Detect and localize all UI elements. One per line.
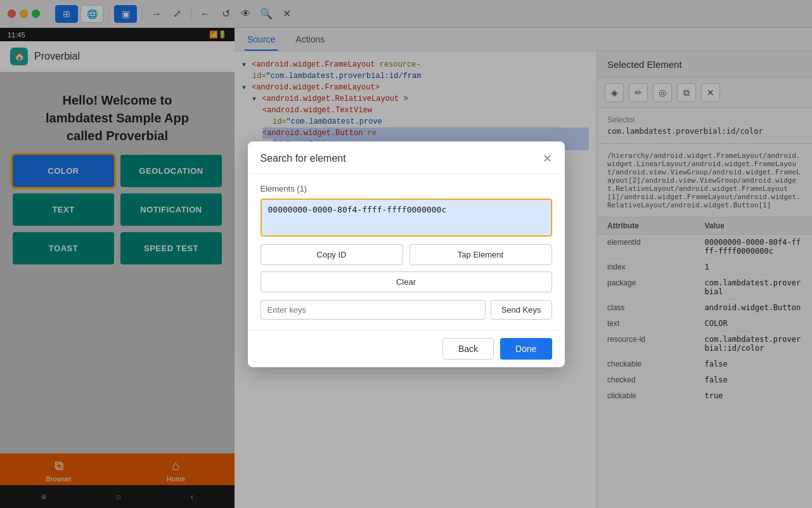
modal-header: Search for element ✕ [248,141,565,174]
send-keys-input[interactable] [261,300,486,320]
copy-id-button[interactable]: Copy ID [261,244,403,265]
done-button[interactable]: Done [500,338,551,360]
modal-title: Search for element [261,153,346,164]
modal-overlay: Search for element ✕ Elements (1) 000000… [0,0,812,508]
elements-count-label: Elements (1) [261,184,552,193]
send-keys-row: Send Keys [261,300,552,320]
modal-close-button[interactable]: ✕ [543,152,552,166]
clear-button[interactable]: Clear [261,271,552,292]
modal-footer: Back Done [248,330,565,367]
tap-element-button[interactable]: Tap Element [409,244,552,265]
modal-body: Elements (1) 00000000-0000-80f4-ffff-fff… [248,174,565,330]
send-keys-button[interactable]: Send Keys [491,300,552,320]
modal-action-row: Copy ID Tap Element [261,244,552,265]
search-element-modal: Search for element ✕ Elements (1) 000000… [248,141,565,367]
element-id-box[interactable]: 00000000-0000-80f4-ffff-ffff0000000c [261,199,552,237]
back-button[interactable]: Back [442,338,494,360]
